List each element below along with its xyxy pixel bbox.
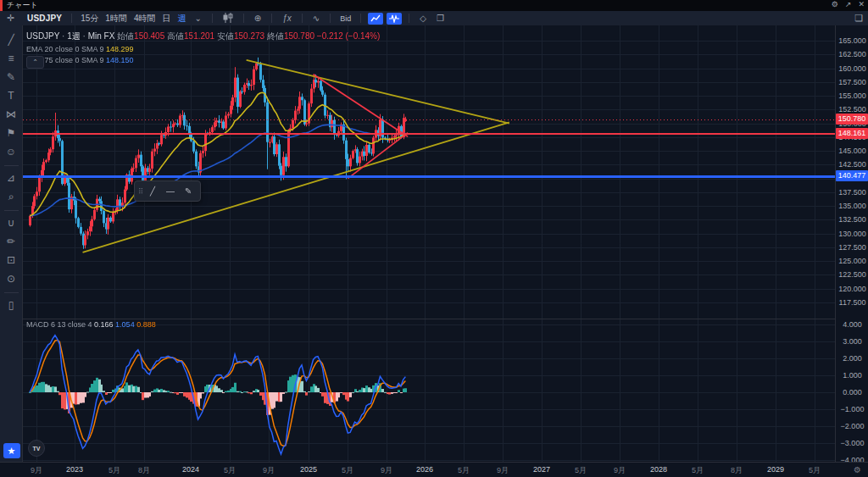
floating-drawing-toolbar[interactable]: ⠿ ╱ — ✎: [134, 180, 201, 202]
ema20-legend[interactable]: EMA 20 close 0 SMA 9 148.299: [26, 45, 380, 53]
macd-tick: −2.000: [836, 422, 868, 430]
waveform-button[interactable]: [387, 13, 402, 25]
legend-interval[interactable]: 1週: [67, 31, 81, 41]
time-tick: 9月: [488, 465, 517, 476]
time-axis[interactable]: ⚙ 9月20235月8月20245月9月20255月9月20265月9月2027…: [0, 462, 868, 477]
macd-legend[interactable]: MACD 6 13 close 4 0.166 1.054 0.888: [26, 320, 156, 329]
macd-tick: 3.000: [836, 337, 868, 346]
change-value: −0.212 (−0.14%): [317, 31, 381, 41]
interval-15分[interactable]: 15分: [77, 14, 102, 23]
price-tick: 165.000: [836, 36, 868, 45]
high-value: 151.201: [184, 31, 214, 41]
emoji-icon[interactable]: ☺: [3, 143, 19, 160]
interval-1時間[interactable]: 1時間: [102, 14, 131, 23]
close-label: 終値: [267, 31, 284, 41]
trading-chart-window: チャート ⚙ ↗ ✕ USDJPY 15分1時間4時間日週 ⌄ ⊕ ƒx ∿ B…: [0, 0, 868, 477]
compare-icon[interactable]: ⊕: [249, 14, 266, 23]
drawing-mode-icon[interactable]: ✏: [3, 233, 19, 250]
time-tick: 8月: [722, 465, 751, 476]
price-tick: 155.000: [836, 92, 868, 100]
time-tick: 2023: [60, 465, 89, 474]
time-tick: 2029: [761, 465, 790, 474]
sidebar-separator: [4, 210, 19, 211]
time-tick: 5月: [215, 465, 244, 476]
ema75-value: 148.150: [106, 56, 134, 64]
price-tick: 160.000: [836, 64, 868, 73]
forecast-icon[interactable]: ⚑: [3, 125, 19, 141]
open-label: 始値: [117, 31, 134, 41]
trend-line-icon[interactable]: ╱: [145, 184, 161, 198]
trend-line-icon[interactable]: ╱: [3, 31, 19, 48]
price-tick: 132.500: [836, 215, 868, 224]
price-tick: 157.500: [836, 78, 868, 86]
chevron-down-icon[interactable]: ⌄: [189, 14, 206, 23]
time-tick: 2025: [294, 465, 323, 474]
price-tick: 120.000: [836, 285, 868, 293]
legend-collapse-button[interactable]: ⌃: [26, 56, 44, 69]
macd-line-value: 1.054: [115, 320, 135, 329]
price-tick: 130.000: [836, 230, 868, 238]
time-tick: 5月: [333, 465, 362, 476]
price-tick: 142.500: [836, 160, 868, 169]
ema75-legend[interactable]: EMA 75 close 0 SMA 9 148.150: [26, 56, 380, 64]
legend-symbol[interactable]: USDJPY: [26, 31, 59, 41]
horizontal-line-icon[interactable]: —: [163, 184, 179, 198]
price-tick: 117.500: [836, 298, 868, 307]
axis-settings-icon[interactable]: ⚙: [854, 465, 861, 474]
time-tick: 2026: [410, 465, 439, 474]
indicators-icon[interactable]: ƒx: [277, 14, 297, 23]
measure-ruler-icon[interactable]: ⊿: [3, 169, 19, 186]
indicator-templates-icon[interactable]: ∿: [308, 14, 325, 23]
price-axis[interactable]: 165.000162.500160.000157.500155.000152.5…: [835, 25, 868, 462]
price-tick: 137.500: [836, 188, 868, 197]
time-tick: 2024: [176, 465, 205, 474]
favorites-star-button[interactable]: ★: [3, 443, 20, 458]
bid-ask-toggle[interactable]: Bid: [336, 14, 355, 23]
text-icon[interactable]: T: [3, 87, 19, 104]
price-label-badge: 140.477: [836, 170, 868, 181]
settings-icon[interactable]: ⚙: [832, 0, 838, 8]
sidebar-separator: [4, 292, 19, 293]
price-tick: 127.500: [836, 243, 868, 252]
price-tick: 135.000: [836, 202, 868, 210]
chart-toolbar: USDJPY 15分1時間4時間日週 ⌄ ⊕ ƒx ∿ Bid ◇ ❐ ❏: [0, 11, 868, 26]
interval-日[interactable]: 日: [159, 14, 174, 23]
symbol-button[interactable]: USDJPY: [23, 14, 66, 23]
price-label-badge: 148.161: [836, 128, 868, 139]
magnet-icon[interactable]: ∪: [3, 214, 19, 231]
eraser-icon[interactable]: ◇: [415, 14, 431, 23]
interval-4時間[interactable]: 4時間: [131, 14, 159, 23]
low-value: 150.273: [234, 31, 264, 41]
hide-all-icon[interactable]: ⊙: [3, 270, 19, 287]
macd-tick: −1.000: [836, 405, 868, 413]
tradingview-logo[interactable]: TV: [28, 440, 45, 457]
chart-canvas[interactable]: [23, 25, 835, 462]
lock-all-icon[interactable]: ⊡: [3, 252, 19, 269]
candle-style-icon[interactable]: [218, 13, 238, 25]
low-label: 安値: [217, 31, 234, 41]
time-tick: 5月: [683, 465, 712, 476]
ema20-value: 148.299: [106, 45, 134, 53]
time-tick: 9月: [254, 465, 283, 476]
parallel-lines-icon[interactable]: ≡: [3, 50, 19, 67]
copy-icon[interactable]: ❐: [431, 14, 449, 23]
crosshair-tool-icon[interactable]: ✛: [7, 11, 14, 25]
xabcd-pattern-icon[interactable]: ⋈: [3, 106, 19, 123]
time-tick: 9月: [372, 465, 401, 476]
symbol-legend[interactable]: USDJPY · 1週 · Min FX 始値150.405 高値151.201…: [26, 31, 380, 64]
remove-all-icon[interactable]: ▯: [3, 297, 19, 313]
brush-icon[interactable]: ✎: [3, 69, 19, 86]
open-in-new-icon[interactable]: ↗: [845, 0, 852, 8]
zoom-in-icon[interactable]: ⌕: [3, 188, 19, 205]
brush-icon[interactable]: ✎: [181, 184, 197, 198]
macd-tick: −3.000: [836, 439, 868, 447]
interval-週[interactable]: 週: [174, 14, 189, 23]
line-chart-button[interactable]: [368, 13, 383, 25]
time-tick: 5月: [449, 465, 478, 476]
price-tick: 162.500: [836, 50, 868, 58]
drag-handle[interactable]: ⠿: [138, 187, 143, 196]
window-accent-bar: [0, 0, 3, 11]
macd-tick: 1.000: [836, 371, 868, 380]
layout-panels-icon[interactable]: ❏: [854, 11, 863, 25]
close-icon[interactable]: ✕: [858, 0, 865, 8]
